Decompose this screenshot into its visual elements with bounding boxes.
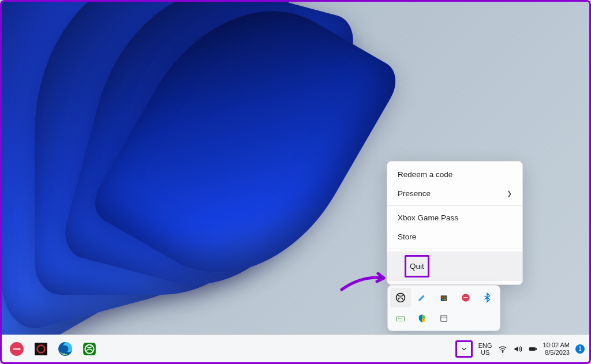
taskbar-pinned-apps xyxy=(6,339,100,359)
menu-item-label: Xbox Game Pass xyxy=(398,213,458,222)
menu-quit[interactable]: Quit xyxy=(387,252,522,281)
svg-text:!: ! xyxy=(424,319,424,322)
battery-icon xyxy=(528,344,537,354)
svg-point-21 xyxy=(502,351,503,352)
chevron-right-icon: ❯ xyxy=(507,190,512,197)
svg-rect-22 xyxy=(529,347,536,350)
menu-separator xyxy=(387,249,522,249)
svg-rect-13 xyxy=(441,316,447,322)
taskbar: ENG US 10:02 AM 8/5/2023 1 xyxy=(2,335,589,362)
volume-icon xyxy=(513,344,522,354)
svg-rect-10 xyxy=(401,318,402,319)
menu-item-label: Redeem a code xyxy=(398,170,452,179)
menu-redeem-code[interactable]: Redeem a code xyxy=(387,165,522,184)
tray-store-icon[interactable] xyxy=(433,288,454,307)
taskbar-app-1[interactable] xyxy=(6,339,27,359)
tray-keyboard-icon[interactable] xyxy=(390,309,411,328)
svg-rect-9 xyxy=(399,318,401,319)
svg-rect-23 xyxy=(536,348,536,350)
taskbar-app-2[interactable] xyxy=(31,339,51,359)
tray-window-icon[interactable] xyxy=(433,309,454,328)
wifi-icon xyxy=(498,344,507,354)
svg-rect-5 xyxy=(444,299,446,300)
svg-rect-4 xyxy=(442,299,443,300)
time: 10:02 AM xyxy=(543,342,570,349)
language-line1: ENG xyxy=(478,342,492,349)
menu-separator xyxy=(387,205,522,206)
taskbar-edge-icon[interactable] xyxy=(55,339,76,359)
taskbar-system-area: ENG US 10:02 AM 8/5/2023 1 xyxy=(455,335,585,362)
language-indicator[interactable]: ENG US xyxy=(478,342,492,356)
menu-xbox-game-pass[interactable]: Xbox Game Pass xyxy=(387,208,522,227)
tray-overflow-button[interactable] xyxy=(455,340,473,358)
menu-presence[interactable]: Presence ❯ xyxy=(387,184,522,203)
notification-badge[interactable]: 1 xyxy=(575,344,585,354)
language-line2: US xyxy=(478,349,492,356)
svg-rect-8 xyxy=(398,318,399,319)
svg-rect-2 xyxy=(442,297,443,298)
menu-store[interactable]: Store xyxy=(387,227,522,246)
taskbar-xbox-icon[interactable] xyxy=(79,339,100,359)
tray-xbox-icon[interactable] xyxy=(390,288,411,307)
notification-count: 1 xyxy=(578,346,582,352)
menu-item-label: Presence xyxy=(398,189,431,198)
system-tray-overflow: ! xyxy=(387,285,500,331)
tray-bluetooth-icon[interactable] xyxy=(477,288,498,307)
system-status-icons[interactable] xyxy=(498,344,537,354)
tray-pen-icon[interactable] xyxy=(412,288,433,307)
menu-item-label: Quit xyxy=(405,255,429,277)
svg-rect-3 xyxy=(444,297,446,298)
xbox-context-menu: Redeem a code Presence ❯ Xbox Game Pass … xyxy=(387,161,523,285)
date: 8/5/2023 xyxy=(543,349,570,357)
clock[interactable]: 10:02 AM 8/5/2023 xyxy=(543,342,570,357)
wallpaper-bloom xyxy=(2,2,416,335)
tray-app-icon[interactable] xyxy=(455,288,476,307)
svg-rect-1 xyxy=(441,295,447,301)
menu-item-label: Store xyxy=(398,232,416,241)
tray-security-icon[interactable]: ! xyxy=(412,309,433,328)
